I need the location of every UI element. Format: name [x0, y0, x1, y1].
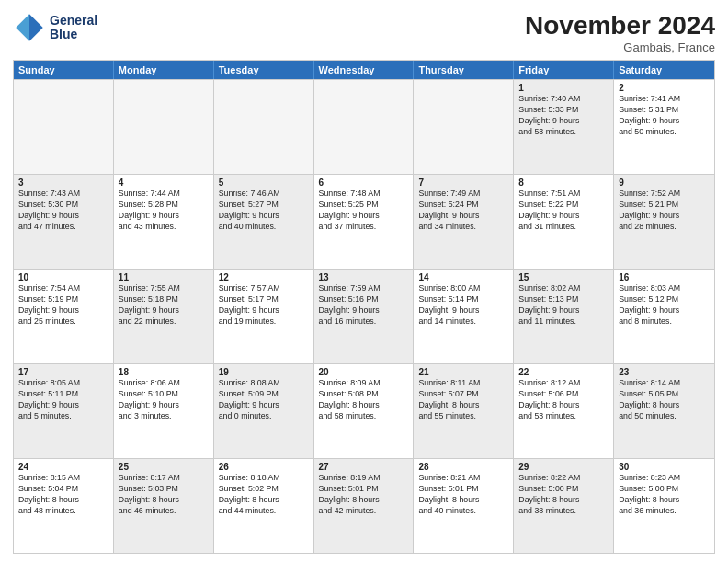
calendar-cell: 17Sunrise: 8:05 AM Sunset: 5:11 PM Dayli…: [14, 364, 114, 458]
calendar-cell: 12Sunrise: 7:57 AM Sunset: 5:17 PM Dayli…: [214, 270, 314, 363]
day-number: 15: [518, 272, 609, 282]
calendar-row: 3Sunrise: 7:43 AM Sunset: 5:30 PM Daylig…: [14, 174, 714, 269]
calendar-cell: 8Sunrise: 7:51 AM Sunset: 5:22 PM Daylig…: [514, 175, 614, 269]
day-number: 1: [518, 83, 609, 93]
calendar-cell: 19Sunrise: 8:08 AM Sunset: 5:09 PM Dayli…: [214, 364, 314, 458]
weekday-header: Monday: [114, 61, 214, 79]
cell-text: Sunrise: 7:49 AM Sunset: 5:24 PM Dayligh…: [418, 189, 508, 233]
cell-text: Sunrise: 7:46 AM Sunset: 5:27 PM Dayligh…: [219, 189, 309, 233]
cell-text: Sunrise: 8:21 AM Sunset: 5:01 PM Dayligh…: [418, 473, 508, 517]
logo: General Blue: [13, 11, 97, 44]
cell-text: Sunrise: 8:00 AM Sunset: 5:14 PM Dayligh…: [418, 283, 508, 327]
calendar-cell: 14Sunrise: 8:00 AM Sunset: 5:14 PM Dayli…: [414, 270, 514, 363]
calendar-cell: 28Sunrise: 8:21 AM Sunset: 5:01 PM Dayli…: [414, 459, 514, 553]
cell-text: Sunrise: 8:14 AM Sunset: 5:05 PM Dayligh…: [619, 378, 710, 422]
day-number: 17: [18, 367, 108, 377]
cell-text: Sunrise: 8:15 AM Sunset: 5:04 PM Dayligh…: [18, 473, 108, 517]
day-number: 10: [18, 272, 108, 282]
cell-text: Sunrise: 8:02 AM Sunset: 5:13 PM Dayligh…: [518, 283, 609, 327]
svg-marker-1: [16, 14, 29, 40]
day-number: 18: [119, 367, 209, 377]
calendar-cell: 25Sunrise: 8:17 AM Sunset: 5:03 PM Dayli…: [114, 459, 214, 553]
calendar-cell: [314, 80, 415, 174]
calendar-cell: 22Sunrise: 8:12 AM Sunset: 5:06 PM Dayli…: [514, 364, 614, 458]
calendar-cell: 5Sunrise: 7:46 AM Sunset: 5:27 PM Daylig…: [214, 175, 314, 269]
day-number: 29: [518, 462, 609, 472]
svg-marker-0: [29, 14, 43, 40]
weekday-header: Tuesday: [214, 61, 314, 79]
cell-text: Sunrise: 7:52 AM Sunset: 5:21 PM Dayligh…: [619, 189, 710, 233]
calendar-cell: 11Sunrise: 7:55 AM Sunset: 5:18 PM Dayli…: [114, 270, 214, 363]
cell-text: Sunrise: 7:54 AM Sunset: 5:19 PM Dayligh…: [18, 283, 108, 327]
calendar-cell: 27Sunrise: 8:19 AM Sunset: 5:01 PM Dayli…: [314, 459, 415, 553]
day-number: 4: [119, 178, 209, 188]
day-number: 30: [619, 462, 710, 472]
month-title: November 2024: [525, 11, 715, 40]
cell-text: Sunrise: 8:22 AM Sunset: 5:00 PM Dayligh…: [518, 473, 609, 517]
cell-text: Sunrise: 7:51 AM Sunset: 5:22 PM Dayligh…: [518, 189, 609, 233]
cell-text: Sunrise: 8:12 AM Sunset: 5:06 PM Dayligh…: [518, 378, 609, 422]
calendar-cell: 16Sunrise: 8:03 AM Sunset: 5:12 PM Dayli…: [614, 270, 714, 363]
calendar-cell: 15Sunrise: 8:02 AM Sunset: 5:13 PM Dayli…: [514, 270, 614, 363]
cell-text: Sunrise: 8:23 AM Sunset: 5:00 PM Dayligh…: [619, 473, 710, 517]
calendar-cell: 13Sunrise: 7:59 AM Sunset: 5:16 PM Dayli…: [314, 270, 415, 363]
calendar-cell: [114, 80, 214, 174]
weekday-header: Friday: [514, 61, 614, 79]
calendar-cell: 21Sunrise: 8:11 AM Sunset: 5:07 PM Dayli…: [414, 364, 514, 458]
cell-text: Sunrise: 7:48 AM Sunset: 5:25 PM Dayligh…: [319, 189, 409, 233]
day-number: 2: [619, 83, 710, 93]
cell-text: Sunrise: 7:44 AM Sunset: 5:28 PM Dayligh…: [119, 189, 209, 233]
day-number: 21: [418, 367, 508, 377]
header: General Blue November 2024 Gambais, Fran…: [13, 11, 715, 54]
cell-text: Sunrise: 7:59 AM Sunset: 5:16 PM Dayligh…: [319, 283, 409, 327]
calendar-cell: 2Sunrise: 7:41 AM Sunset: 5:31 PM Daylig…: [614, 80, 714, 174]
weekday-header: Sunday: [14, 61, 114, 79]
day-number: 16: [619, 272, 710, 282]
page: General Blue November 2024 Gambais, Fran…: [0, 0, 728, 563]
calendar-cell: 18Sunrise: 8:06 AM Sunset: 5:10 PM Dayli…: [114, 364, 214, 458]
calendar-cell: [214, 80, 314, 174]
calendar-row: 24Sunrise: 8:15 AM Sunset: 5:04 PM Dayli…: [14, 458, 714, 553]
calendar-cell: 7Sunrise: 7:49 AM Sunset: 5:24 PM Daylig…: [414, 175, 514, 269]
day-number: 26: [219, 462, 309, 472]
day-number: 5: [219, 178, 309, 188]
day-number: 27: [319, 462, 409, 472]
calendar-cell: 3Sunrise: 7:43 AM Sunset: 5:30 PM Daylig…: [14, 175, 114, 269]
calendar-cell: 4Sunrise: 7:44 AM Sunset: 5:28 PM Daylig…: [114, 175, 214, 269]
calendar-cell: 30Sunrise: 8:23 AM Sunset: 5:00 PM Dayli…: [614, 459, 714, 553]
weekday-header: Saturday: [614, 61, 714, 79]
calendar-cell: 23Sunrise: 8:14 AM Sunset: 5:05 PM Dayli…: [614, 364, 714, 458]
calendar-cell: 10Sunrise: 7:54 AM Sunset: 5:19 PM Dayli…: [14, 270, 114, 363]
location: Gambais, France: [525, 40, 715, 54]
day-number: 24: [18, 462, 108, 472]
calendar-cell: 9Sunrise: 7:52 AM Sunset: 5:21 PM Daylig…: [614, 175, 714, 269]
calendar-cell: 20Sunrise: 8:09 AM Sunset: 5:08 PM Dayli…: [314, 364, 415, 458]
cell-text: Sunrise: 7:55 AM Sunset: 5:18 PM Dayligh…: [119, 283, 209, 327]
calendar-row: 1Sunrise: 7:40 AM Sunset: 5:33 PM Daylig…: [14, 79, 714, 174]
day-number: 23: [619, 367, 710, 377]
cell-text: Sunrise: 8:19 AM Sunset: 5:01 PM Dayligh…: [319, 473, 409, 517]
cell-text: Sunrise: 8:17 AM Sunset: 5:03 PM Dayligh…: [119, 473, 209, 517]
cell-text: Sunrise: 8:18 AM Sunset: 5:02 PM Dayligh…: [219, 473, 309, 517]
cell-text: Sunrise: 7:43 AM Sunset: 5:30 PM Dayligh…: [18, 189, 108, 233]
logo-icon: [13, 11, 46, 44]
calendar-cell: 24Sunrise: 8:15 AM Sunset: 5:04 PM Dayli…: [14, 459, 114, 553]
day-number: 14: [418, 272, 508, 282]
day-number: 12: [219, 272, 309, 282]
weekday-header: Wednesday: [314, 61, 415, 79]
calendar-cell: 6Sunrise: 7:48 AM Sunset: 5:25 PM Daylig…: [314, 175, 415, 269]
day-number: 25: [119, 462, 209, 472]
calendar-header: SundayMondayTuesdayWednesdayThursdayFrid…: [14, 61, 714, 79]
day-number: 22: [518, 367, 609, 377]
day-number: 13: [319, 272, 409, 282]
cell-text: Sunrise: 8:09 AM Sunset: 5:08 PM Dayligh…: [319, 378, 409, 422]
day-number: 6: [319, 178, 409, 188]
cell-text: Sunrise: 8:08 AM Sunset: 5:09 PM Dayligh…: [219, 378, 309, 422]
day-number: 28: [418, 462, 508, 472]
cell-text: Sunrise: 8:06 AM Sunset: 5:10 PM Dayligh…: [119, 378, 209, 422]
cell-text: Sunrise: 7:57 AM Sunset: 5:17 PM Dayligh…: [219, 283, 309, 327]
day-number: 11: [119, 272, 209, 282]
calendar-cell: 1Sunrise: 7:40 AM Sunset: 5:33 PM Daylig…: [514, 80, 614, 174]
day-number: 9: [619, 178, 710, 188]
day-number: 7: [418, 178, 508, 188]
